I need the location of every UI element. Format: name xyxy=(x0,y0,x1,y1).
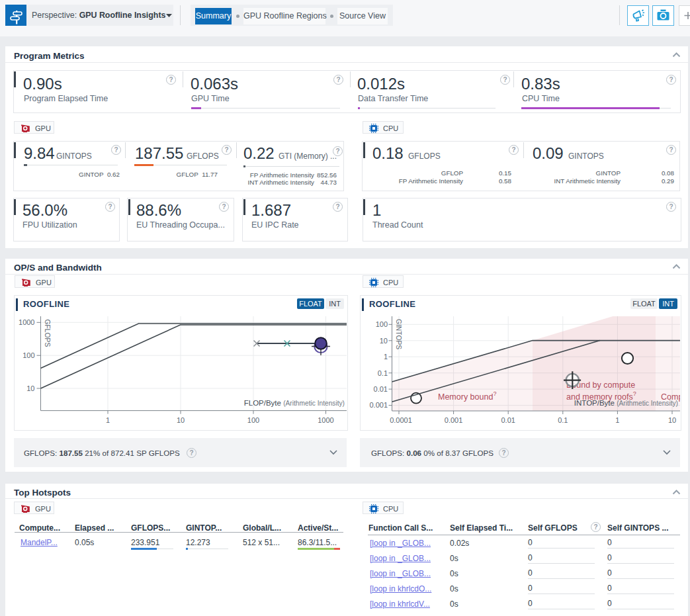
svg-text:Memory bound?: Memory bound? xyxy=(438,390,496,402)
svg-text:10: 10 xyxy=(26,384,34,392)
svg-text:100: 100 xyxy=(376,320,388,328)
svg-text:INTOP/Byte (Arithmetic Intensi: INTOP/Byte (Arithmetic Intensity) xyxy=(574,399,678,407)
svg-text:100: 100 xyxy=(22,351,34,359)
svg-text:1000: 1000 xyxy=(19,318,34,326)
svg-text:0.0001: 0.0001 xyxy=(390,416,412,424)
svg-text:1000: 1000 xyxy=(318,416,333,424)
svg-text:0.01: 0.01 xyxy=(374,385,388,393)
svg-text:1: 1 xyxy=(106,416,110,424)
svg-text:GINTOPS: GINTOPS xyxy=(395,319,402,349)
svg-text:0.001: 0.001 xyxy=(369,401,388,409)
svg-text:FLOP/Byte (Arithmetic Intensit: FLOP/Byte (Arithmetic Intensity) xyxy=(244,399,345,407)
svg-text:1: 1 xyxy=(384,353,388,361)
svg-text:0.1: 0.1 xyxy=(378,369,388,377)
svg-text:0.001: 0.001 xyxy=(445,416,463,424)
svg-text:100: 100 xyxy=(247,416,259,424)
svg-text:10: 10 xyxy=(380,337,388,345)
svg-text:10: 10 xyxy=(668,416,676,424)
svg-text:0.1: 0.1 xyxy=(558,416,568,424)
svg-text:GFLOPS: GFLOPS xyxy=(44,320,51,347)
svg-text:0.01: 0.01 xyxy=(501,416,515,424)
svg-text:1: 1 xyxy=(615,416,619,424)
svg-text:10: 10 xyxy=(177,416,185,424)
